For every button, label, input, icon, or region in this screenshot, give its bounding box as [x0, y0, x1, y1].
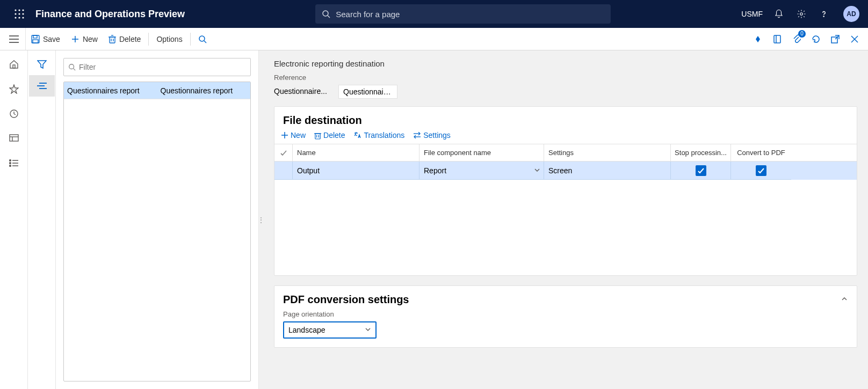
funnel-icon[interactable]	[29, 54, 55, 75]
gear-icon[interactable]	[795, 8, 808, 20]
new-button[interactable]: New	[66, 28, 103, 50]
reference-value-1: Questionnaire...	[274, 85, 333, 99]
delete-button[interactable]: Delete	[103, 28, 146, 50]
svg-point-11	[800, 13, 803, 16]
col-convert[interactable]: Convert to PDF	[731, 144, 791, 161]
grid-delete-button[interactable]: Delete	[314, 131, 345, 140]
hamburger-icon[interactable]	[2, 28, 26, 50]
checkbox-checked[interactable]	[756, 165, 766, 176]
top-nav: Finance and Operations Preview Search fo…	[0, 0, 868, 28]
svg-point-8	[22, 17, 24, 18]
nav-rail	[0, 50, 28, 389]
col-file-component[interactable]: File component name	[419, 144, 544, 161]
chevron-down-icon[interactable]	[534, 166, 540, 175]
close-icon[interactable]	[849, 33, 860, 45]
svg-point-41	[9, 160, 11, 162]
grid-settings-button[interactable]: Settings	[413, 131, 451, 140]
reference-value-2[interactable]: Questionnaire...	[338, 85, 397, 99]
svg-point-7	[18, 17, 20, 18]
grid-new-button[interactable]: New	[281, 131, 306, 140]
select-all[interactable]	[274, 144, 293, 161]
rail-recent-icon[interactable]	[1, 103, 27, 124]
pdf-settings-title: PDF conversion settings	[283, 293, 409, 306]
plus-icon	[281, 131, 288, 139]
attach-icon[interactable]: 0	[791, 33, 802, 45]
list-row[interactable]: Questionnaires report Questionnaires rep…	[64, 82, 250, 99]
grid-delete-label: Delete	[323, 131, 345, 140]
chevron-up-icon[interactable]	[841, 295, 848, 305]
connector-icon[interactable]	[752, 33, 764, 45]
office-icon[interactable]	[771, 33, 783, 45]
actionbar-search-icon[interactable]	[193, 28, 215, 50]
col-stop[interactable]: Stop processin...	[671, 144, 731, 161]
save-label: Save	[43, 35, 60, 43]
action-bar: Save New Delete Options 0	[0, 28, 868, 50]
waffle-icon[interactable]	[10, 4, 29, 24]
list-panel: Questionnaires report Questionnaires rep…	[56, 50, 259, 389]
checkbox-checked[interactable]	[696, 165, 706, 176]
svg-rect-35	[13, 65, 15, 68]
file-destination-card: File destination New Delete Translations…	[274, 106, 857, 276]
grid-row[interactable]: Output Report Screen	[274, 162, 857, 180]
filter-field[interactable]	[79, 63, 246, 71]
company-label[interactable]: USMF	[741, 10, 763, 18]
svg-line-10	[328, 16, 330, 18]
svg-point-43	[9, 163, 11, 164]
check-icon	[280, 149, 287, 157]
svg-point-1	[18, 9, 20, 11]
bell-icon[interactable]	[772, 8, 785, 20]
refresh-icon[interactable]	[810, 33, 822, 45]
svg-line-52	[74, 69, 76, 71]
row-stop[interactable]	[671, 162, 731, 180]
svg-rect-29	[774, 35, 780, 43]
attach-badge: 0	[798, 30, 806, 38]
svg-point-6	[15, 17, 16, 18]
search-box[interactable]: Search for a page	[315, 4, 611, 24]
row-selector[interactable]	[274, 162, 293, 180]
avatar[interactable]: AD	[843, 6, 859, 22]
svg-rect-38	[10, 135, 18, 141]
col-settings[interactable]: Settings	[544, 144, 671, 161]
row-name[interactable]: Output	[293, 162, 419, 180]
help-icon[interactable]	[818, 8, 830, 20]
popout-icon[interactable]	[829, 33, 841, 45]
filter-input[interactable]	[63, 58, 251, 76]
grid-settings-label: Settings	[423, 131, 451, 140]
new-label: New	[83, 35, 98, 43]
svg-point-2	[22, 9, 24, 11]
rail-workspace-icon[interactable]	[1, 128, 27, 149]
svg-rect-55	[315, 133, 320, 138]
svg-point-51	[69, 64, 74, 69]
svg-point-0	[15, 9, 16, 11]
row-convert[interactable]	[731, 162, 791, 180]
list-cell-2: Questionnaires report	[157, 86, 251, 95]
svg-marker-36	[10, 85, 18, 93]
col-name[interactable]: Name	[293, 144, 419, 161]
row-file-component[interactable]: Report	[419, 162, 544, 180]
row-file-component-value: Report	[424, 166, 446, 175]
grid-translations-label: Translations	[364, 131, 404, 140]
options-button[interactable]: Options	[151, 28, 187, 50]
rail-home-icon[interactable]	[1, 54, 27, 75]
svg-point-45	[9, 165, 11, 167]
save-icon	[31, 35, 40, 43]
page-orientation-value: Landscape	[288, 326, 326, 334]
list-view-icon[interactable]	[29, 75, 55, 97]
svg-point-4	[18, 13, 20, 14]
search-icon	[322, 10, 330, 18]
file-destination-title: File destination	[274, 107, 857, 131]
rail-modules-icon[interactable]	[1, 152, 27, 174]
page-orientation-label: Page orientation	[274, 310, 857, 318]
chevron-down-icon[interactable]	[365, 326, 371, 334]
app-title: Finance and Operations Preview	[35, 9, 185, 20]
row-settings[interactable]: Screen	[544, 162, 671, 180]
reference-label: Reference	[274, 74, 857, 82]
rail-star-icon[interactable]	[1, 78, 27, 100]
splitter-handle[interactable]: ⋮	[259, 50, 263, 389]
grid-translations-button[interactable]: Translations	[353, 131, 404, 140]
list-box: Questionnaires report Questionnaires rep…	[63, 82, 251, 381]
list-toggle-rail	[28, 50, 56, 389]
page-orientation-select[interactable]: Landscape	[283, 321, 377, 339]
trash-icon	[314, 131, 321, 140]
save-button[interactable]: Save	[26, 28, 66, 50]
